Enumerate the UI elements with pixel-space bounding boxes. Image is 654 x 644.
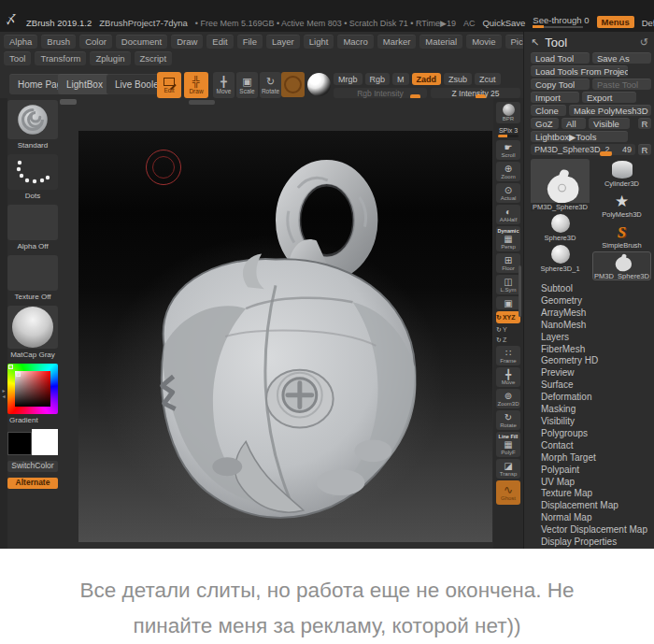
tool-thumbnail[interactable]: ★ PolyMesh3D xyxy=(592,190,651,219)
panel-cycle-icon[interactable]: ↺ xyxy=(640,36,648,49)
tool-slider-r-button[interactable]: R xyxy=(638,144,651,155)
shelf-button[interactable]: ∷ Frame xyxy=(496,346,520,365)
shelf-button[interactable]: Line Fill ▦ PolyF xyxy=(496,432,520,457)
secondary-color-swatch[interactable] xyxy=(32,429,58,455)
current-material-sphere[interactable] xyxy=(307,73,331,96)
menu-item[interactable]: Light xyxy=(304,35,334,49)
shelf-button[interactable]: ⊕ Zoom xyxy=(496,162,520,181)
edit-mode-button[interactable]: Edit xyxy=(157,72,181,98)
alpha-thumbnail[interactable] xyxy=(7,205,58,240)
shelf-button[interactable]: Dynamic ▦ Persp xyxy=(496,226,520,251)
m-button[interactable]: M xyxy=(392,73,409,85)
panel-section-item[interactable]: FiberMesh xyxy=(531,344,651,356)
paste-tool-button[interactable]: Paste Tool xyxy=(592,79,651,90)
shelf-button[interactable]: ◫ L.Sym xyxy=(496,275,520,294)
canvas-divider-tab-2[interactable] xyxy=(189,100,215,105)
menu-item[interactable]: Movie xyxy=(466,35,501,49)
panel-section-item[interactable]: Surface xyxy=(531,379,651,392)
panel-section-item[interactable]: Layers xyxy=(531,332,651,344)
load-tools-from-project-button[interactable]: Load Tools From Project xyxy=(531,65,628,77)
panel-section-item[interactable]: UV Map xyxy=(531,477,651,489)
shelf-button[interactable]: ↻ Y xyxy=(496,325,520,334)
tool-slider[interactable]: PM3D_Sphere3D_2. 49 xyxy=(531,144,635,155)
panel-section-item[interactable]: Masking xyxy=(531,404,651,416)
shelf-button[interactable]: ▣ xyxy=(496,296,520,309)
menu-item[interactable]: Color xyxy=(79,35,112,49)
menu-item[interactable]: Document xyxy=(116,35,167,49)
tool-thumbnail[interactable]: S SimpleBrush xyxy=(592,221,651,250)
shelf-button[interactable]: ╋ Move xyxy=(496,367,520,387)
rgb-button[interactable]: Rgb xyxy=(365,73,391,85)
panel-section-item[interactable]: Morph Target xyxy=(531,452,651,465)
document-viewport[interactable] xyxy=(78,131,492,542)
menu-item[interactable]: Marker xyxy=(377,35,417,49)
shelf-button[interactable]: ⊙ Actual xyxy=(496,183,520,203)
panel-section-item[interactable]: Display Properties xyxy=(531,537,651,549)
save-as-button[interactable]: Save As xyxy=(592,52,651,64)
panel-section-item[interactable]: Deformation xyxy=(531,392,651,404)
panel-section-item[interactable]: ArrayMesh xyxy=(531,308,651,320)
goz-visible-button[interactable]: Visible xyxy=(589,118,630,129)
panel-section-item[interactable]: Polygroups xyxy=(531,428,651,440)
load-tool-button[interactable]: Load Tool xyxy=(531,52,590,64)
shelf-button[interactable]: ◪ Transp xyxy=(496,459,520,479)
goz-button[interactable]: GoZ xyxy=(531,118,559,129)
menu-item[interactable]: Zplugin xyxy=(90,51,130,65)
rgb-intensity-slider[interactable]: Rgb Intensity xyxy=(334,88,427,98)
sculptris-pro-button[interactable] xyxy=(281,72,305,97)
shelf-button[interactable]: ◐ AAHalf xyxy=(496,205,520,224)
tray-collapse-arrows-icon[interactable]: ▸◂ xyxy=(1,388,7,399)
shelf-button[interactable]: ⊚ Zoom3D xyxy=(496,389,520,408)
z-intensity-slider[interactable]: Z Intensity 25 xyxy=(431,88,520,98)
scale-mode-button[interactable]: ▣ Scale xyxy=(236,72,258,98)
menu-item[interactable]: Draw xyxy=(171,35,203,49)
shelf-button[interactable]: ☛ Scroll xyxy=(496,140,520,160)
menu-item[interactable]: Zscript xyxy=(135,51,173,65)
panel-back-arrow-icon[interactable]: ↖ xyxy=(531,36,539,49)
shelf-button[interactable]: SPix 3 xyxy=(496,125,520,138)
alternate-button[interactable]: Alternate xyxy=(7,478,58,489)
panel-section-item[interactable]: Visibility xyxy=(531,416,651,428)
lightbox-tools-button[interactable]: Lightbox▶Tools xyxy=(531,131,628,142)
menu-item[interactable]: Brush xyxy=(41,35,76,49)
see-through-slider[interactable]: See-through 0 xyxy=(533,15,589,28)
panel-section-item[interactable]: Displacement Map xyxy=(531,500,651,512)
current-brush-thumbnail[interactable] xyxy=(7,100,58,139)
panel-section-item[interactable]: Subtool xyxy=(531,283,651,295)
panel-section-item[interactable]: Vector Displacement Map xyxy=(531,524,651,537)
shelf-button[interactable]: ∿ Ghost xyxy=(496,480,520,505)
menu-item[interactable]: Edit xyxy=(206,35,233,49)
menu-item[interactable]: Transform xyxy=(35,51,86,65)
shelf-button[interactable]: ↻ Z xyxy=(496,336,520,344)
shelf-button[interactable]: BPR xyxy=(496,102,520,123)
make-polymesh3d-button[interactable]: Make PolyMesh3D xyxy=(569,105,651,116)
import-button[interactable]: Import xyxy=(531,92,579,103)
panel-section-item[interactable]: Preview xyxy=(531,367,651,379)
zadd-button[interactable]: Zadd xyxy=(412,73,442,85)
stroke-type-thumbnail[interactable] xyxy=(7,154,58,190)
menu-item[interactable]: File xyxy=(237,35,263,49)
export-button[interactable]: Export xyxy=(582,92,636,103)
texture-thumbnail[interactable] xyxy=(7,255,58,291)
panel-section-item[interactable]: Polypaint xyxy=(531,465,651,477)
material-thumbnail[interactable] xyxy=(7,306,58,349)
panel-scrollbar[interactable] xyxy=(519,265,521,317)
rotate-mode-button[interactable]: ↻ Rotate xyxy=(260,72,281,98)
menu-item[interactable]: Tool xyxy=(4,51,31,65)
color-picker[interactable] xyxy=(7,364,58,414)
left-tray-divider[interactable]: ▸◂ xyxy=(0,98,7,549)
menu-item[interactable]: Alpha xyxy=(4,35,37,49)
mrgb-button[interactable]: Mrgb xyxy=(334,73,363,85)
lightbox-button[interactable]: LightBox xyxy=(58,74,111,94)
menu-item[interactable]: Material xyxy=(419,35,462,49)
tool-thumbnail[interactable]: Cylinder3D xyxy=(592,159,651,188)
canvas-divider-tab[interactable] xyxy=(60,99,77,105)
selected-tool-thumbnail[interactable]: PM3D_Sphere3D xyxy=(531,159,590,211)
main-color-swatch[interactable] xyxy=(7,432,32,455)
tool-thumbnail[interactable]: Sphere3D xyxy=(531,213,590,242)
tool-thumbnail[interactable]: Sphere3D_1 xyxy=(531,244,590,273)
panel-section-item[interactable]: NanoMesh xyxy=(531,320,651,332)
default-zscript-button[interactable]: DefaultZScript xyxy=(642,18,654,28)
quicksave-button[interactable]: QuickSave xyxy=(482,18,525,28)
menus-toggle-button[interactable]: Menus xyxy=(597,16,634,28)
